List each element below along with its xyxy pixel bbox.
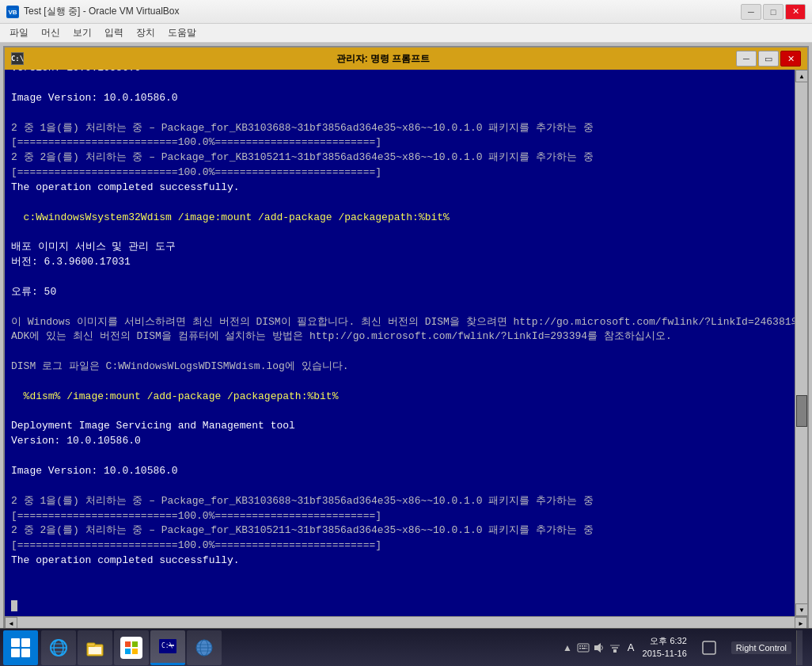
cmd-scroll-down-button[interactable]: ▼ <box>795 603 807 616</box>
svg-rect-34 <box>703 641 715 654</box>
cmd-window-controls: ─ ▭ ✕ <box>736 51 801 67</box>
svg-rect-25 <box>584 645 586 647</box>
clock-time: 오후 6:32 <box>643 635 687 647</box>
svg-rect-9 <box>89 647 101 654</box>
vbox-title: Test [실행 중] - Oracle VM VirtualBox <box>24 5 741 18</box>
cmd-scroll-left-button[interactable]: ◄ <box>5 617 17 628</box>
svg-marker-30 <box>594 643 601 653</box>
systray-speaker-icon[interactable] <box>593 641 605 654</box>
cmd-restore-button[interactable]: ▭ <box>758 51 779 67</box>
cmd-output-text: if not exist "mountWProgram Files (x86)"… <box>11 70 788 613</box>
menu-item-machine[interactable]: 머신 <box>35 25 66 41</box>
menu-item-view[interactable]: 보기 <box>66 25 98 41</box>
cmd-output-area[interactable]: if not exist "mountWProgram Files (x86)"… <box>5 70 795 616</box>
cmd-scroll-thumb[interactable] <box>796 395 807 427</box>
svg-rect-31 <box>613 649 617 653</box>
svg-text:VB: VB <box>8 9 17 16</box>
cmd-window: C:\ 관리자: 명령 프롬프트 ─ ▭ ✕ if not exist "mou… <box>3 46 809 628</box>
svg-rect-8 <box>87 643 95 646</box>
taskbar-app-cmd[interactable]: C:\ <box>150 630 185 665</box>
svg-rect-32 <box>612 647 618 649</box>
vbox-minimize-button[interactable]: ─ <box>741 4 761 20</box>
cmd-vertical-scrollbar[interactable]: ▲ ▼ <box>795 70 807 616</box>
vbox-window-controls: ─ □ ✕ <box>741 4 806 20</box>
svg-rect-24 <box>582 645 583 647</box>
windows-logo-icon <box>11 638 30 657</box>
virtualbox-window: VB Test [실행 중] - Oracle VM VirtualBox ─ … <box>0 0 812 666</box>
menu-item-help[interactable]: 도움말 <box>161 25 203 41</box>
right-control-label[interactable]: Right Control <box>731 641 791 654</box>
menu-item-devices[interactable]: 장치 <box>130 25 161 41</box>
systray-icons: ▲ <box>561 641 638 654</box>
svg-rect-26 <box>586 645 587 647</box>
cmd-scroll-right-button[interactable]: ► <box>795 617 807 628</box>
vbox-close-button[interactable]: ✕ <box>785 4 806 20</box>
menu-item-input[interactable]: 입력 <box>98 25 130 41</box>
svg-rect-29 <box>586 648 587 649</box>
cmd-close-button[interactable]: ✕ <box>780 51 801 67</box>
cmd-horizontal-scrollbar[interactable]: ◄ ► <box>5 616 807 628</box>
taskbar-language-indicator[interactable]: A <box>624 641 638 653</box>
taskbar-apps: C:\ <box>41 630 555 665</box>
vbox-restore-button[interactable]: □ <box>763 4 784 20</box>
cmd-body[interactable]: if not exist "mountWProgram Files (x86)"… <box>5 70 807 616</box>
systray-keyboard-icon[interactable] <box>577 641 590 654</box>
vbox-icon: VB <box>6 6 19 18</box>
svg-rect-23 <box>579 645 581 647</box>
cmd-scroll-track[interactable] <box>795 82 807 603</box>
show-desktop-button[interactable] <box>796 630 803 665</box>
taskbar-app-store[interactable] <box>114 630 149 665</box>
systray-arrow-icon[interactable]: ▲ <box>561 641 574 654</box>
system-clock[interactable]: 오후 6:32 2015-11-16 <box>643 635 687 660</box>
svg-rect-10 <box>125 641 131 647</box>
cmd-hscroll-track[interactable] <box>17 617 795 628</box>
taskbar-app-ie[interactable] <box>41 630 76 665</box>
svg-rect-27 <box>579 648 581 649</box>
vbox-titlebar: VB Test [실행 중] - Oracle VM VirtualBox ─ … <box>0 0 812 24</box>
svg-rect-13 <box>132 649 138 654</box>
svg-rect-28 <box>582 648 586 649</box>
svg-rect-33 <box>610 645 620 646</box>
vbox-menubar: 파일 머신 보기 입력 장치 도움말 <box>0 24 812 43</box>
cmd-scroll-up-button[interactable]: ▲ <box>795 70 807 82</box>
windows-taskbar: C:\ ▲ <box>0 628 812 666</box>
svg-rect-12 <box>125 649 131 654</box>
start-button[interactable] <box>3 630 38 665</box>
cmd-minimize-button[interactable]: ─ <box>736 51 757 67</box>
system-tray: ▲ <box>555 630 809 665</box>
svg-rect-11 <box>132 641 138 647</box>
menu-item-file[interactable]: 파일 <box>3 25 35 41</box>
systray-network-icon[interactable] <box>609 641 621 654</box>
taskbar-app-explorer[interactable] <box>78 630 112 665</box>
action-center-button[interactable] <box>692 630 727 665</box>
clock-date: 2015-11-16 <box>643 648 687 660</box>
vm-content-area: C:\ 관리자: 명령 프롬프트 ─ ▭ ✕ if not exist "mou… <box>0 43 812 628</box>
cmd-title: 관리자: 명령 프롬프트 <box>30 52 736 66</box>
cmd-titlebar: C:\ 관리자: 명령 프롬프트 ─ ▭ ✕ <box>5 48 807 70</box>
cmd-icon: C:\ <box>11 52 24 65</box>
svg-rect-16 <box>169 645 174 646</box>
taskbar-app-network[interactable] <box>187 630 222 665</box>
